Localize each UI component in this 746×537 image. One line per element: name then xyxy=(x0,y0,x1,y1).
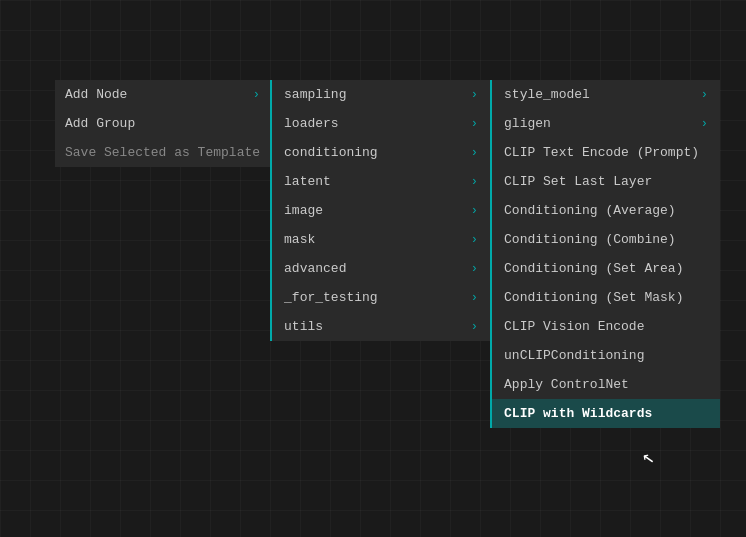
loaders-label: loaders xyxy=(284,116,339,131)
conditioning-set-mask-label: Conditioning (Set Mask) xyxy=(504,290,683,305)
latent-label: latent xyxy=(284,174,331,189)
apply-controlnet-item[interactable]: Apply ControlNet xyxy=(492,370,720,399)
conditioning-average-label: Conditioning (Average) xyxy=(504,203,676,218)
loaders-item[interactable]: loaders › xyxy=(272,109,490,138)
mask-label: mask xyxy=(284,232,315,247)
clip-set-last-layer-item[interactable]: CLIP Set Last Layer xyxy=(492,167,720,196)
gligen-label: gligen xyxy=(504,116,551,131)
save-template-item[interactable]: Save Selected as Template xyxy=(55,138,270,167)
clip-text-encode-label: CLIP Text Encode (Prompt) xyxy=(504,145,699,160)
add-node-item[interactable]: Add Node › xyxy=(55,80,270,109)
sampling-arrow: › xyxy=(471,88,478,102)
add-node-arrow: › xyxy=(253,88,260,102)
conditioning-set-mask-item[interactable]: Conditioning (Set Mask) xyxy=(492,283,720,312)
mouse-cursor: ↖ xyxy=(640,443,656,470)
advanced-arrow: › xyxy=(471,262,478,276)
utils-arrow: › xyxy=(471,320,478,334)
sampling-label: sampling xyxy=(284,87,346,102)
conditioning-arrow: › xyxy=(471,146,478,160)
clip-with-wildcards-item[interactable]: CLIP with Wildcards xyxy=(492,399,720,428)
unclip-conditioning-label: unCLIPConditioning xyxy=(504,348,644,363)
main-menu-column: Add Node › Add Group Save Selected as Te… xyxy=(55,80,270,167)
image-item[interactable]: image › xyxy=(272,196,490,225)
clip-vision-encode-label: CLIP Vision Encode xyxy=(504,319,644,334)
for-testing-arrow: › xyxy=(471,291,478,305)
conditioning-set-area-item[interactable]: Conditioning (Set Area) xyxy=(492,254,720,283)
style-model-label: style_model xyxy=(504,87,590,102)
apply-controlnet-label: Apply ControlNet xyxy=(504,377,629,392)
utils-label: utils xyxy=(284,319,323,334)
for-testing-label: _for_testing xyxy=(284,290,378,305)
image-label: image xyxy=(284,203,323,218)
add-group-item[interactable]: Add Group xyxy=(55,109,270,138)
conditioning-combine-item[interactable]: Conditioning (Combine) xyxy=(492,225,720,254)
latent-arrow: › xyxy=(471,175,478,189)
sampling-item[interactable]: sampling › xyxy=(272,80,490,109)
conditioning-combine-label: Conditioning (Combine) xyxy=(504,232,676,247)
clip-with-wildcards-label: CLIP with Wildcards xyxy=(504,406,652,421)
conditioning-average-item[interactable]: Conditioning (Average) xyxy=(492,196,720,225)
utils-item[interactable]: utils › xyxy=(272,312,490,341)
image-arrow: › xyxy=(471,204,478,218)
gligen-item[interactable]: gligen › xyxy=(492,109,720,138)
advanced-item[interactable]: advanced › xyxy=(272,254,490,283)
gligen-arrow: › xyxy=(701,117,708,131)
conditioning-item[interactable]: conditioning › xyxy=(272,138,490,167)
style-model-item[interactable]: style_model › xyxy=(492,80,720,109)
mask-item[interactable]: mask › xyxy=(272,225,490,254)
save-template-label: Save Selected as Template xyxy=(65,145,260,160)
add-node-label: Add Node xyxy=(65,87,127,102)
clip-text-encode-item[interactable]: CLIP Text Encode (Prompt) xyxy=(492,138,720,167)
unclip-conditioning-item[interactable]: unCLIPConditioning xyxy=(492,341,720,370)
add-group-label: Add Group xyxy=(65,116,135,131)
conditioning-label: conditioning xyxy=(284,145,378,160)
style-model-arrow: › xyxy=(701,88,708,102)
loaders-arrow: › xyxy=(471,117,478,131)
clip-set-last-layer-label: CLIP Set Last Layer xyxy=(504,174,652,189)
category-menu-column: sampling › loaders › conditioning › late… xyxy=(270,80,490,341)
context-menu: Add Node › Add Group Save Selected as Te… xyxy=(55,80,720,428)
clip-vision-encode-item[interactable]: CLIP Vision Encode xyxy=(492,312,720,341)
latent-item[interactable]: latent › xyxy=(272,167,490,196)
conditioning-set-area-label: Conditioning (Set Area) xyxy=(504,261,683,276)
advanced-label: advanced xyxy=(284,261,346,276)
conditioning-submenu-column: style_model › gligen › CLIP Text Encode … xyxy=(490,80,720,428)
for-testing-item[interactable]: _for_testing › xyxy=(272,283,490,312)
mask-arrow: › xyxy=(471,233,478,247)
